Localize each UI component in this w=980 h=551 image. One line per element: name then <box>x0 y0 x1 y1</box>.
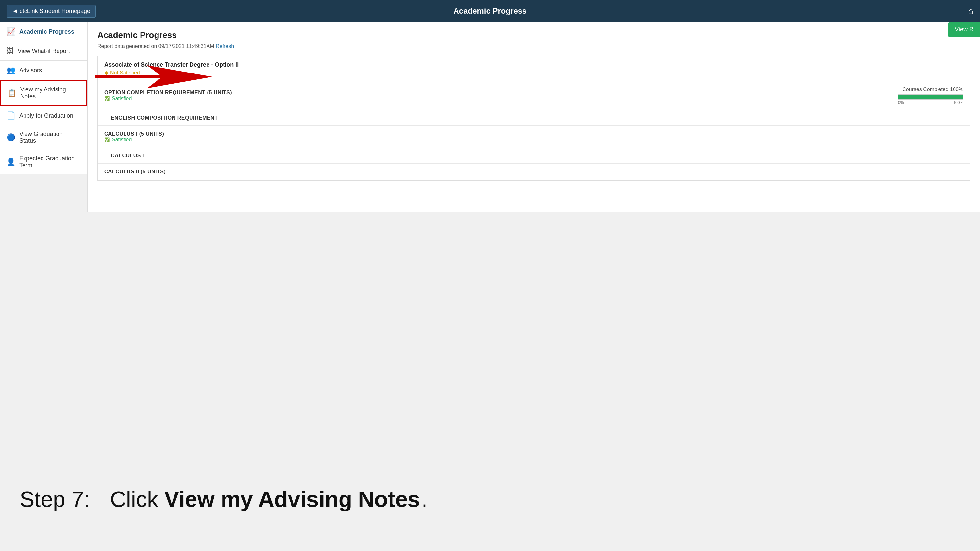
sidebar-label-apply-graduation: Apply for Graduation <box>19 112 73 119</box>
sidebar-item-academic-progress[interactable]: 📈 Academic Progress <box>0 22 87 41</box>
progress-bar-option: 0% 100% <box>898 94 963 105</box>
graduation-status-icon: 🔵 <box>6 133 15 142</box>
degree-name: Associate of Science Transfer Degree - O… <box>104 61 963 68</box>
expected-graduation-icon: 👤 <box>6 158 15 166</box>
degree-status-text: Not Satisfied <box>110 70 140 76</box>
requirement-row-calc2: CALCULUS II (5 units) <box>98 164 970 180</box>
req-right-option: Courses Completed 100% 0% 100% <box>865 87 963 105</box>
back-label: ◄ ctcLink Student Homepage <box>12 8 90 15</box>
sidebar-item-graduation-status[interactable]: 🔵 View Graduation Status <box>0 125 87 150</box>
sidebar-item-advisors[interactable]: 👥 Advisors <box>0 61 87 80</box>
advising-notes-icon: 📋 <box>8 89 16 97</box>
advisors-icon: 👥 <box>6 66 15 75</box>
step-instruction: Step 7: Click View my Advising Notes . <box>20 486 428 512</box>
sidebar-item-apply-graduation[interactable]: 📄 Apply for Graduation <box>0 106 87 125</box>
degree-section: Associate of Science Transfer Degree - O… <box>97 56 970 181</box>
report-info: Report data generated on 09/17/2021 11:4… <box>97 43 970 49</box>
req-title-calc1: CALCULUS I (5 units) <box>104 131 963 137</box>
sub-req-title-calc1-sub: CALCULUS I <box>111 153 957 159</box>
progress-bar-bg <box>898 94 963 100</box>
top-bar: ◄ ctcLink Student Homepage Academic Prog… <box>0 0 980 22</box>
step-bold: View my Advising Notes <box>164 487 420 511</box>
academic-progress-icon: 📈 <box>6 27 15 36</box>
report-info-text: Report data generated on 09/17/2021 11:4… <box>97 43 214 49</box>
home-button[interactable]: ⌂ <box>968 6 974 16</box>
sidebar-label-academic-progress: Academic Progress <box>19 29 74 35</box>
courses-completed-option: Courses Completed 100% <box>902 87 963 92</box>
req-status-calc1: Satisfied <box>104 137 963 143</box>
sidebar-label-whatif: View What-if Report <box>18 48 70 54</box>
sidebar-item-view-advising-notes[interactable]: 📋 View my Advising Notes <box>0 80 87 106</box>
content-title: Academic Progress <box>97 30 970 40</box>
home-icon: ⌂ <box>968 6 974 16</box>
progress-bar-fill <box>898 95 963 99</box>
sidebar: 📈 Academic Progress 🖼 View What-if Repor… <box>0 22 88 212</box>
sub-req-row-english: ENGLISH COMPOSITION REQUIREMENT <box>98 110 970 126</box>
main-layout: 📈 Academic Progress 🖼 View What-if Repor… <box>0 22 980 212</box>
view-btn-label: View R <box>955 26 974 33</box>
degree-header: Associate of Science Transfer Degree - O… <box>98 56 970 81</box>
req-title-option: OPTION COMPLETION REQUIREMENT (5 units) <box>104 90 865 96</box>
req-status-option: Satisfied <box>104 96 865 102</box>
sub-req-title-english: ENGLISH COMPOSITION REQUIREMENT <box>111 115 957 121</box>
req-left-option: OPTION COMPLETION REQUIREMENT (5 units) … <box>104 90 865 102</box>
progress-labels: 0% 100% <box>898 100 963 105</box>
apply-graduation-icon: 📄 <box>6 111 15 120</box>
sidebar-label-graduation-status: View Graduation Status <box>19 131 81 144</box>
step-text: Click <box>110 487 164 511</box>
view-button[interactable]: View R <box>948 22 980 37</box>
req-status-text-calc1: Satisfied <box>112 137 132 143</box>
whatif-icon: 🖼 <box>6 47 14 55</box>
sidebar-label-advising-notes: View my Advising Notes <box>20 86 80 100</box>
step-prefix: Step 7: <box>20 487 108 511</box>
sub-req-row-calc1-sub: CALCULUS I <box>98 148 970 164</box>
requirement-row-calc1: CALCULUS I (5 units) Satisfied <box>98 126 970 148</box>
sidebar-label-expected-graduation: Expected Graduation Term <box>19 155 81 169</box>
sidebar-label-advisors: Advisors <box>19 67 42 74</box>
sidebar-item-expected-graduation[interactable]: 👤 Expected Graduation Term <box>0 150 87 175</box>
progress-label-100: 100% <box>953 100 963 105</box>
req-left-calc1: CALCULUS I (5 units) Satisfied <box>104 131 963 143</box>
progress-label-0: 0% <box>898 100 904 105</box>
back-button[interactable]: ◄ ctcLink Student Homepage <box>6 5 96 17</box>
page-wrapper: ◄ ctcLink Student Homepage Academic Prog… <box>0 0 980 551</box>
step-suffix: . <box>422 487 428 511</box>
req-title-calc2: CALCULUS II (5 units) <box>104 169 963 175</box>
req-status-text-option: Satisfied <box>112 96 132 102</box>
refresh-link[interactable]: Refresh <box>216 43 234 49</box>
req-left-calc2: CALCULUS II (5 units) <box>104 169 963 175</box>
sidebar-item-view-whatif[interactable]: 🖼 View What-if Report <box>0 41 87 61</box>
content-area: View R Academic Progress Report data gen… <box>88 22 980 212</box>
top-bar-title: Academic Progress <box>453 6 527 16</box>
requirement-row-option: OPTION COMPLETION REQUIREMENT (5 units) … <box>98 81 970 110</box>
degree-status: Not Satisfied <box>104 70 963 76</box>
